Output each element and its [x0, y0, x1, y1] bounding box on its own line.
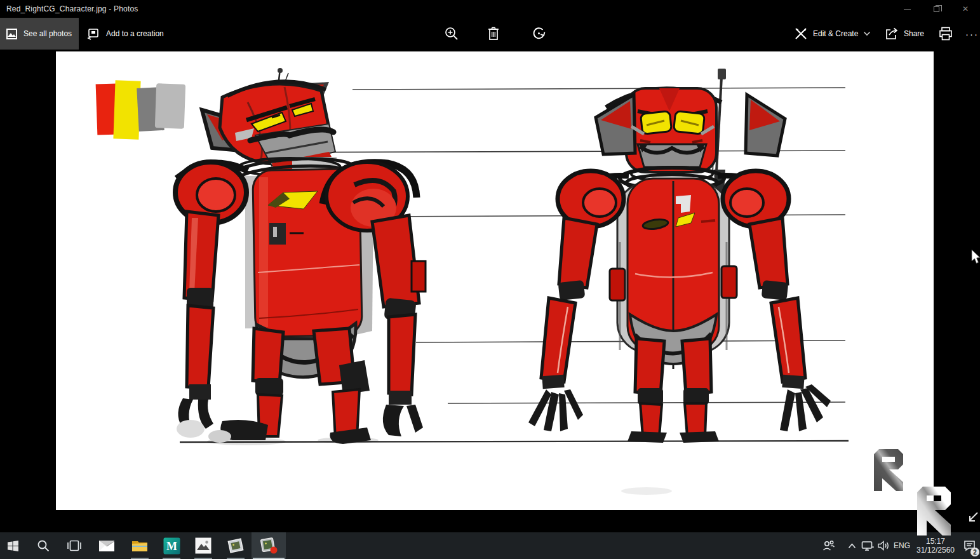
- task-view-icon: [67, 540, 81, 551]
- taskbar-maya-button[interactable]: M: [156, 532, 187, 559]
- artwork-image: [56, 51, 934, 510]
- start-button[interactable]: [0, 532, 25, 559]
- maya-icon: M: [163, 537, 180, 555]
- print-button[interactable]: [935, 18, 957, 50]
- trash-icon: [487, 26, 500, 41]
- edit-create-label: Edit & Create: [813, 29, 858, 38]
- language-label: ENG: [894, 541, 910, 550]
- add-to-creation-button[interactable]: Add to a creation: [86, 18, 164, 50]
- people-icon: [822, 540, 835, 551]
- see-all-photos-button[interactable]: See all photos: [0, 18, 79, 50]
- taskbar-image-viewer-button[interactable]: [220, 532, 251, 559]
- photos-toolbar: See all photos Add to a creation: [0, 18, 980, 51]
- add-to-creation-icon: [86, 27, 100, 40]
- taskbar-mail-button[interactable]: [91, 532, 122, 559]
- photos-icon: [6, 28, 18, 40]
- tray-language-indicator[interactable]: ENG: [890, 532, 913, 559]
- file-explorer-icon: [131, 539, 148, 553]
- zoom-in-icon: [444, 26, 459, 41]
- tray-network-button[interactable]: [859, 532, 876, 559]
- edit-create-icon: [794, 27, 808, 41]
- edit-create-button[interactable]: Edit & Create: [794, 18, 871, 50]
- clock-time: 15:17: [926, 537, 945, 546]
- photo-canvas[interactable]: [56, 51, 934, 510]
- window-titlebar: Red_RightCG_Character.jpg - Photos ✕: [0, 0, 980, 18]
- artist-logo: [874, 449, 903, 491]
- delete-button[interactable]: [483, 18, 504, 50]
- screenshot-root: { "window": { "title": "Red_RightCG_Char…: [0, 0, 980, 559]
- taskbar-capture-app-button[interactable]: [252, 532, 286, 559]
- watermark-logo: [915, 486, 953, 537]
- volume-icon: [878, 541, 890, 551]
- window-controls: ✕: [892, 0, 980, 18]
- clock-date: 31/12/2560: [916, 546, 955, 555]
- taskbar: M: [0, 532, 980, 559]
- mouse-cursor: [971, 249, 980, 264]
- windows-logo-icon: [8, 541, 18, 551]
- search-icon: [37, 539, 50, 552]
- window-title: Red_RightCG_Character.jpg - Photos: [6, 4, 138, 13]
- ellipsis-icon: ···: [965, 29, 980, 39]
- close-icon: ✕: [962, 4, 969, 13]
- share-icon: [884, 27, 899, 41]
- rotate-icon: [532, 26, 547, 41]
- action-center-button[interactable]: 2: [959, 532, 980, 559]
- fullscreen-exit-icon[interactable]: [967, 511, 979, 526]
- maya-letter: M: [166, 540, 177, 553]
- robot-front-view: [528, 69, 831, 443]
- tray-people-button[interactable]: [820, 532, 838, 559]
- image-viewer-icon: [226, 537, 245, 555]
- taskbar-search-button[interactable]: [28, 532, 58, 559]
- tray-volume-button[interactable]: [875, 532, 892, 559]
- notification-badge: 2: [970, 548, 979, 556]
- add-to-creation-label: Add to a creation: [106, 29, 164, 38]
- minimize-button[interactable]: [892, 0, 922, 18]
- tray-overflow-button[interactable]: [845, 532, 859, 559]
- restore-icon: [934, 6, 939, 12]
- print-icon: [938, 26, 953, 41]
- zoom-button[interactable]: [441, 18, 462, 50]
- capture-app-icon: [258, 536, 279, 555]
- close-button[interactable]: ✕: [951, 0, 980, 18]
- network-display-icon: [861, 541, 874, 551]
- taskbar-file-explorer-button[interactable]: [124, 532, 155, 559]
- restore-button[interactable]: [922, 0, 951, 18]
- robot-side-view: [175, 68, 426, 445]
- share-label: Share: [904, 29, 924, 38]
- minimize-icon: [904, 9, 911, 10]
- see-more-button[interactable]: ···: [965, 18, 980, 50]
- chevron-down-icon: [863, 31, 871, 36]
- taskbar-photos-button[interactable]: [188, 532, 218, 559]
- rotate-button[interactable]: [528, 18, 550, 50]
- color-swatches: [96, 80, 186, 139]
- chevron-up-icon: [848, 543, 856, 549]
- taskbar-photos-icon: [195, 537, 211, 554]
- task-view-button[interactable]: [59, 532, 90, 559]
- mail-icon: [98, 540, 115, 552]
- see-all-photos-label: See all photos: [23, 29, 72, 38]
- share-button[interactable]: Share: [884, 18, 924, 50]
